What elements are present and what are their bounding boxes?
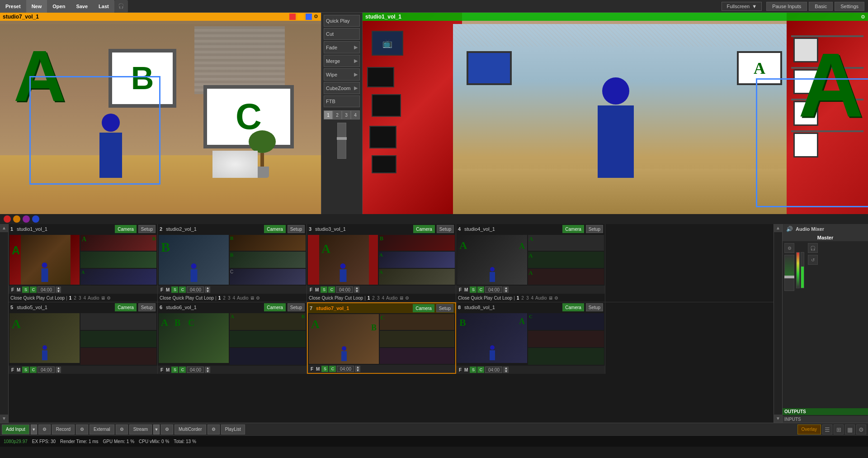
ctrl-s-6[interactable]: S <box>171 367 178 373</box>
headphone-out-icon[interactable]: 🎧 <box>808 243 818 253</box>
input-8-camera[interactable]: Camera <box>562 303 584 311</box>
multicorder-button[interactable]: MultiCorder <box>175 425 206 434</box>
input-4-camera[interactable]: Camera <box>562 225 584 233</box>
settings-icon-2[interactable]: ⚙ <box>256 296 260 301</box>
cut-3[interactable]: Cut <box>344 296 352 301</box>
num-4-2[interactable]: 2 <box>521 296 524 301</box>
right-scroll-up[interactable]: ▲ <box>774 224 782 232</box>
trans-num-3[interactable]: 3 <box>342 110 351 119</box>
ctrl-s-8[interactable]: S <box>470 367 476 373</box>
num-1-2[interactable]: 2 <box>73 296 77 301</box>
fullscreen-dropdown[interactable]: Fullscreen ▼ <box>722 2 762 11</box>
num-1-3[interactable]: 3 <box>78 296 82 301</box>
input-6-sm-1[interactable]: A B <box>230 313 306 330</box>
close-2[interactable]: Close <box>160 296 171 301</box>
grid-view-2-icon[interactable]: ▦ <box>845 425 855 434</box>
input-2-sm-3[interactable]: C <box>230 269 306 285</box>
input-4-setup[interactable]: Setup <box>586 225 603 233</box>
ctrl-c-8[interactable]: C <box>477 367 484 373</box>
ctrl-s-7[interactable]: S <box>321 366 328 372</box>
input-7-sm-2[interactable] <box>380 331 454 347</box>
input-5-main-thumb[interactable]: A <box>9 313 80 363</box>
merge-button[interactable]: Merge▶ <box>324 55 360 67</box>
input-2-sm-2[interactable]: B <box>230 252 306 267</box>
gear-btn-2[interactable]: ⚙ <box>76 425 88 434</box>
input-7-main-thumb[interactable]: A B <box>309 314 379 364</box>
ctrl-c-3[interactable]: C <box>328 286 335 293</box>
audio-settings-icon[interactable]: ⚙ <box>784 243 794 253</box>
inputs-tab[interactable]: INPUTS <box>783 416 868 423</box>
loop-1[interactable]: Loop <box>55 296 65 301</box>
quickplay-4[interactable]: Quick Play <box>471 296 493 301</box>
input-6-camera[interactable]: Camera <box>264 303 286 311</box>
loop-2[interactable]: Loop <box>204 296 214 301</box>
step-down-3[interactable]: ▼ <box>354 290 359 293</box>
time-input-6[interactable] <box>187 367 204 373</box>
step-down-7[interactable]: ▼ <box>355 369 360 372</box>
input-6-main-thumb[interactable]: A B C <box>159 313 229 363</box>
color-red[interactable] <box>4 215 11 223</box>
ftb-button[interactable]: FTB <box>324 95 360 107</box>
cut-2[interactable]: Cut <box>195 296 203 301</box>
num-1-1[interactable]: 1 <box>69 296 72 301</box>
input-6-setup[interactable]: Setup <box>288 303 305 311</box>
input-8-sm-2[interactable] <box>528 331 604 348</box>
scroll-down[interactable]: ▼ <box>0 415 8 423</box>
stream-button[interactable]: Stream <box>129 425 152 434</box>
ctrl-s-5[interactable]: S <box>22 367 29 373</box>
input-4-sm-3[interactable]: A <box>528 269 604 285</box>
step-down-5[interactable]: ▼ <box>56 370 61 373</box>
time-input-7[interactable] <box>337 366 354 372</box>
last-button[interactable]: Last <box>93 0 114 13</box>
num-4-4[interactable]: 4 <box>530 296 534 301</box>
cubezoom-button[interactable]: CubeZoom▶ <box>324 82 360 94</box>
stream-arrow[interactable]: ▼ <box>153 425 160 434</box>
input-3-setup[interactable]: Setup <box>437 225 454 233</box>
color-purple[interactable] <box>23 215 30 223</box>
preset-button[interactable]: Preset <box>0 0 26 13</box>
step-down-4[interactable]: ▼ <box>503 290 509 293</box>
ctrl-c-4[interactable]: C <box>477 286 484 293</box>
input-2-setup[interactable]: Setup <box>288 225 305 233</box>
gear-icon[interactable]: ⚙ <box>314 14 318 20</box>
step-down-2[interactable]: ▼ <box>205 290 210 293</box>
num-1-4[interactable]: 4 <box>83 296 86 301</box>
gear-btn-1[interactable]: ⚙ <box>38 425 51 434</box>
fade-button[interactable]: Fade▶ <box>324 41 360 53</box>
monitor-icon-3[interactable]: 🖥 <box>399 296 404 301</box>
right-gear-icon[interactable]: ⚙ <box>861 14 865 20</box>
input-5-camera[interactable]: Camera <box>115 303 137 311</box>
wipe-button[interactable]: Wipe▶ <box>324 68 360 81</box>
audio-rotate-icon[interactable]: ↺ <box>808 255 818 265</box>
input-3-main-thumb[interactable]: A <box>308 235 378 285</box>
input-1-setup[interactable]: Setup <box>138 225 156 233</box>
input-1-main-thumb[interactable]: A <box>9 235 80 285</box>
add-input-button[interactable]: Add Input <box>2 425 29 434</box>
input-7-sm-1[interactable]: C <box>380 314 454 330</box>
right-scroll-down[interactable]: ▼ <box>774 415 782 423</box>
monitor-icon-4[interactable]: 🖥 <box>548 296 553 301</box>
input-7-sm-3[interactable] <box>380 348 454 364</box>
outputs-tab[interactable]: OUTPUTS <box>783 408 868 415</box>
new-button[interactable]: New <box>26 0 47 13</box>
settings-button[interactable]: Settings <box>835 2 864 11</box>
input-5-sm-2[interactable] <box>80 331 156 348</box>
input-5-sm-3[interactable] <box>80 348 156 365</box>
monitor-icon-2[interactable]: 🖥 <box>250 296 255 301</box>
input-8-setup[interactable]: Setup <box>586 303 603 311</box>
time-input-2[interactable] <box>187 286 204 293</box>
input-1-sm-1[interactable]: A B <box>80 235 156 251</box>
time-input-4[interactable] <box>485 286 502 293</box>
input-2-main-thumb[interactable]: B <box>159 235 229 285</box>
loop-4[interactable]: Loop <box>502 296 512 301</box>
overlay-button[interactable]: Overlay <box>797 425 821 434</box>
record-button[interactable]: Record <box>52 425 75 434</box>
input-6-sm-2[interactable] <box>230 331 306 348</box>
ctrl-c-5[interactable]: C <box>30 367 37 373</box>
num-4-3[interactable]: 3 <box>526 296 529 301</box>
input-5-setup[interactable]: Setup <box>138 303 156 311</box>
input-1-camera[interactable]: Camera <box>115 225 137 233</box>
playlist-button[interactable]: PlayList <box>221 425 245 434</box>
num-4-1[interactable]: 1 <box>516 296 520 301</box>
close-4[interactable]: Close <box>458 296 470 301</box>
